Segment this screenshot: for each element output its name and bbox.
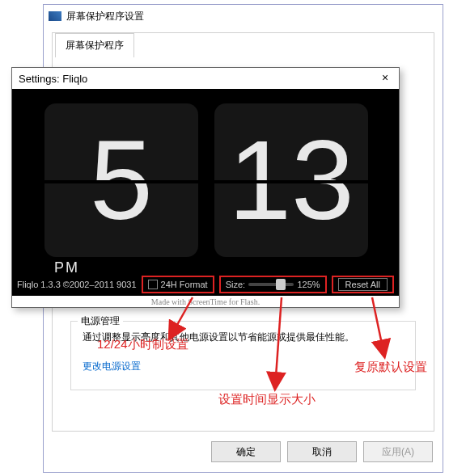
size-highlight: Size: 125% [219,276,327,293]
fliqlo-title: Settings: Fliqlo [19,73,87,85]
format-label: 24H Format [161,280,208,289]
fliqlo-titlebar: Settings: Fliqlo × [12,68,399,89]
reset-button[interactable]: Reset All [338,278,388,291]
annotation-size: 设置时间显示大小 [218,392,316,407]
format-highlight: 24H Format [142,276,214,293]
flip-hour: 5 [44,103,198,257]
dialog-button-row: 确定 取消 应用(A) [211,441,433,462]
fliqlo-bottom-bar: Fliqlo 1.3.3 ©2002–2011 9031 24H Format … [12,273,399,296]
fliqlo-version: Fliqlo 1.3.3 ©2002–2011 9031 [17,280,137,289]
tab-screensaver[interactable]: 屏幕保护程序 [55,33,134,57]
close-icon[interactable]: × [378,71,392,86]
slider-thumb[interactable] [276,279,286,290]
annotation-format: 12/24小时制设置 [97,337,188,352]
parent-title: 屏幕保护程序设置 [66,10,144,23]
reset-highlight: Reset All [332,276,394,293]
format-checkbox[interactable] [148,280,158,289]
fliqlo-preview: 5 13 PM Fliqlo 1.3.3 ©2002–2011 9031 24H… [12,89,399,296]
ok-button[interactable]: 确定 [211,441,281,462]
annotation-reset: 复原默认设置 [354,360,427,375]
app-icon [49,11,61,21]
cancel-button[interactable]: 取消 [287,441,357,462]
fliqlo-settings-window: Settings: Fliqlo × 5 13 PM Fliqlo 1.3.3 … [11,67,400,308]
size-value: 125% [297,280,320,289]
power-group-title: 电源管理 [78,314,123,328]
parent-titlebar: 屏幕保护程序设置 [44,5,443,27]
fliqlo-footer: Made with ScreenTime for Flash. [12,296,399,309]
flip-minute: 13 [214,103,368,257]
hour-digit: 5 [44,103,198,257]
size-label: Size: [226,280,245,289]
apply-button[interactable]: 应用(A) [363,441,433,462]
size-slider[interactable] [248,283,294,286]
change-power-settings-link[interactable]: 更改电源设置 [83,360,141,373]
power-management-group: 电源管理 通过调整显示亮度和其他电源设置以节省能源或提供最佳性能。 更改电源设置 [70,321,416,390]
minute-digit: 13 [214,103,368,257]
tab-strip: 屏幕保护程序 [55,32,434,57]
